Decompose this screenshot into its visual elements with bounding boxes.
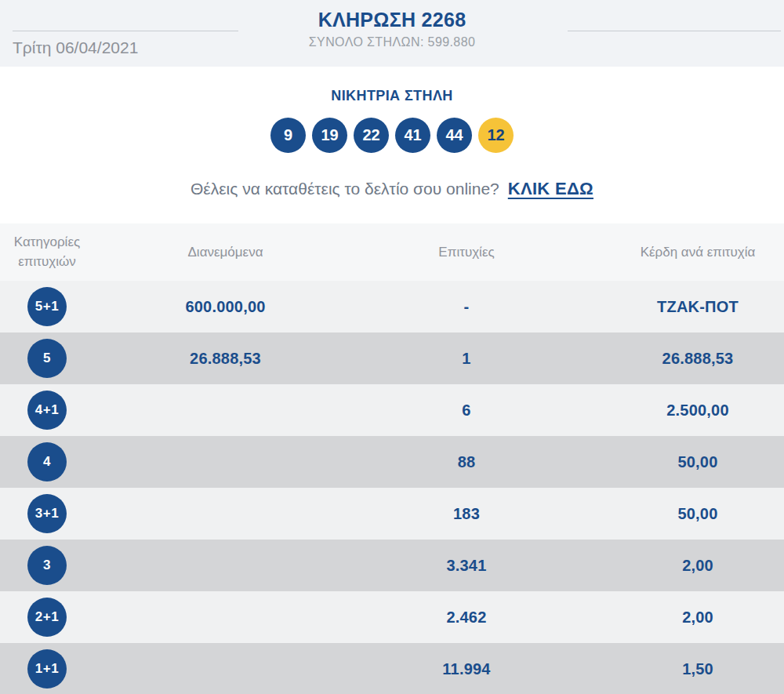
prize-table: Κατηγορίες επιτυχιών Διανεμόμενα Επιτυχί…: [0, 223, 784, 694]
prize-value: 2,00: [576, 609, 784, 627]
category-badge: 1+1: [27, 649, 67, 689]
prize-value: 26.888,53: [576, 350, 784, 368]
table-row: 5 26.888,53 1 26.888,53: [0, 332, 784, 384]
online-question-text: Θέλεις να καταθέτεις το δελτίο σου onlin…: [191, 180, 499, 198]
winning-number-ball: 22: [354, 118, 389, 153]
prize-value: 2.500,00: [576, 402, 784, 420]
winners-value: 2.462: [357, 609, 576, 627]
prize-value: 2,00: [576, 557, 784, 575]
table-row: 3+1 183 50,00: [0, 488, 784, 540]
table-row: 5+1 600.000,00 - ΤΖΑΚ-ΠΟΤ: [0, 281, 784, 332]
winners-value: 11.994: [357, 660, 576, 678]
divider-left: [13, 31, 238, 31]
tzoker-results-page: ΚΛΗΡΩΣΗ 2268 Τρίτη 06/04/2021 ΣΥΝΟΛΟ ΣΤΗ…: [0, 0, 784, 694]
prize-value: 50,00: [576, 505, 784, 523]
winners-value: -: [357, 298, 576, 316]
winning-column-title: ΝΙΚΗΤΡΙΑ ΣΤΗΛΗ: [0, 67, 784, 104]
prize-value: ΤΖΑΚ-ΠΟΤ: [576, 298, 784, 316]
online-prompt: Θέλεις να καταθέτεις το δελτίο σου onlin…: [0, 179, 784, 199]
columns-total: ΣΥΝΟΛΟ ΣΤΗΛΩΝ: 599.880: [0, 35, 784, 49]
winners-value: 3.341: [357, 557, 576, 575]
table-row: 4 88 50,00: [0, 436, 784, 488]
winners-value: 1: [357, 350, 576, 368]
winners-value: 183: [357, 505, 576, 523]
category-badge: 4+1: [27, 391, 67, 430]
table-header-row: Κατηγορίες επιτυχιών Διανεμόμενα Επιτυχί…: [0, 223, 784, 281]
category-badge: 4: [27, 442, 67, 481]
winning-section: ΝΙΚΗΤΡΙΑ ΣΤΗΛΗ 9 19 22 41 44 12 Θέλεις ν…: [0, 67, 784, 223]
draw-header: ΚΛΗΡΩΣΗ 2268 Τρίτη 06/04/2021 ΣΥΝΟΛΟ ΣΤΗ…: [0, 0, 784, 67]
category-badge: 5+1: [27, 287, 67, 326]
header-prize: Κέρδη ανά επιτυχία: [576, 245, 784, 260]
joker-number-ball: 12: [478, 118, 514, 153]
category-badge: 2+1: [27, 598, 67, 637]
distributed-value: 26.888,53: [94, 350, 357, 368]
winning-numbers: 9 19 22 41 44 12: [0, 118, 784, 153]
table-row: 1+1 11.994 1,50: [0, 643, 784, 694]
table-row: 3 3.341 2,00: [0, 540, 784, 591]
prize-value: 50,00: [576, 453, 784, 471]
category-badge: 3+1: [27, 494, 67, 533]
category-badge: 3: [27, 546, 67, 585]
divider-right: [568, 31, 781, 31]
header-winners: Επιτυχίες: [357, 245, 576, 260]
click-here-link[interactable]: ΚΛΙΚ ΕΔΩ: [508, 179, 593, 199]
header-distributed: Διανεμόμενα: [94, 245, 357, 260]
winning-number-ball: 41: [395, 118, 430, 153]
winners-value: 88: [357, 453, 576, 471]
category-badge: 5: [27, 339, 67, 378]
prize-value: 1,50: [576, 660, 784, 678]
winners-value: 6: [357, 402, 576, 420]
header-categories: Κατηγορίες επιτυχιών: [6, 233, 88, 271]
table-row: 2+1 2.462 2,00: [0, 591, 784, 643]
draw-title: ΚΛΗΡΩΣΗ 2268: [0, 9, 784, 31]
table-row: 4+1 6 2.500,00: [0, 384, 784, 436]
winning-number-ball: 9: [270, 118, 306, 153]
distributed-value: 600.000,00: [94, 298, 357, 316]
winning-number-ball: 19: [312, 118, 347, 153]
winning-number-ball: 44: [437, 118, 472, 153]
